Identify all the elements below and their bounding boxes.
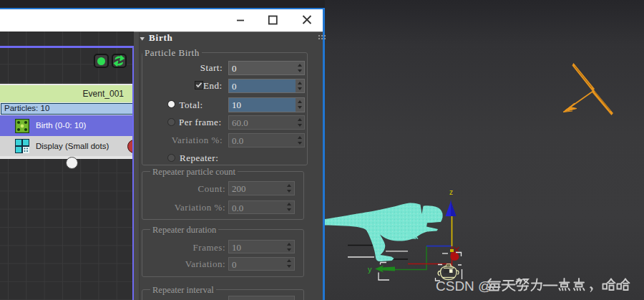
svg-text:y: y — [368, 265, 372, 274]
svg-text:CSDN @: CSDN @ — [436, 279, 492, 294]
svg-text:z: z — [449, 188, 453, 196]
